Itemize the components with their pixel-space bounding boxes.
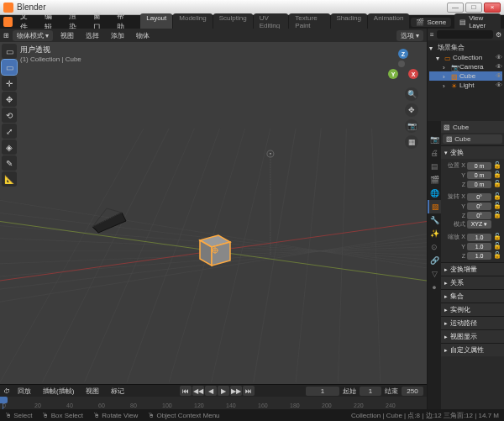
- outliner-scene-collection[interactable]: ▾ 场景集合: [429, 42, 502, 53]
- prev-keyframe-button[interactable]: ◀◀: [192, 386, 204, 396]
- current-frame-field[interactable]: 1: [306, 387, 339, 396]
- menu-view[interactable]: 视图: [56, 30, 78, 41]
- location-x-field[interactable]: 0 m: [467, 162, 491, 170]
- lock-icon[interactable]: 🔓: [493, 161, 501, 170]
- camera-object[interactable]: [88, 206, 130, 237]
- tab-constraints[interactable]: 🔗: [428, 254, 441, 267]
- viewlayer-selector[interactable]: ▤View Layer: [454, 13, 501, 30]
- transform-panel-header[interactable]: ▾变换: [441, 146, 504, 159]
- outliner-item-cube[interactable]: ›▧Cube👁: [429, 71, 502, 81]
- menu-select[interactable]: 选择: [81, 30, 103, 41]
- panel-header[interactable]: ▸运动路径: [441, 317, 504, 329]
- tool-scale[interactable]: ⤢: [2, 124, 17, 139]
- lock-icon[interactable]: 🔓: [493, 171, 501, 179]
- mode-selector[interactable]: 物体模式 ▾: [13, 30, 53, 41]
- visibility-toggle[interactable]: 👁: [496, 82, 502, 89]
- lock-icon[interactable]: 🔓: [493, 192, 501, 201]
- outliner-collection[interactable]: ▾ ▭ Collection 👁: [429, 53, 502, 62]
- panel-header[interactable]: ▸实例化: [441, 303, 504, 316]
- window-close-button[interactable]: ×: [484, 3, 501, 13]
- jump-start-button[interactable]: ⏮: [180, 386, 192, 396]
- start-frame-field[interactable]: 1: [360, 387, 381, 396]
- pan-button[interactable]: ✥: [405, 103, 418, 117]
- visibility-toggle[interactable]: 👁: [496, 54, 502, 61]
- window-minimize-button[interactable]: —: [447, 3, 464, 13]
- rotation-mode-select[interactable]: XYZ ▾: [467, 220, 491, 229]
- timeline-track[interactable]: 020406080100120140160180200220240: [0, 397, 427, 409]
- tab-material[interactable]: ●: [428, 281, 441, 294]
- scene-selector[interactable]: 🎬Scene: [411, 18, 451, 27]
- tool-tweak[interactable]: ▭: [2, 44, 17, 59]
- workspace-tab-texture-paint[interactable]: Texture Paint: [289, 13, 329, 30]
- tab-particles[interactable]: ✨: [428, 227, 441, 240]
- timeline-playback-menu[interactable]: 回放: [13, 386, 35, 397]
- outliner-item-camera[interactable]: ›📷Camera👁: [429, 62, 502, 71]
- tab-data[interactable]: ▽: [428, 267, 441, 281]
- rotation-x-field[interactable]: 0°: [467, 193, 491, 201]
- tool-annotate[interactable]: ✎: [2, 155, 17, 171]
- workspace-tab-uv-editing[interactable]: UV Editing: [254, 13, 289, 30]
- scale-x-field[interactable]: 1.0: [467, 234, 491, 241]
- perspective-toggle-button[interactable]: ▦: [405, 135, 418, 149]
- window-maximize-button[interactable]: □: [465, 3, 482, 13]
- visibility-toggle[interactable]: 👁: [496, 63, 502, 71]
- tool-transform[interactable]: ◈: [2, 139, 17, 155]
- lock-icon[interactable]: 🔓: [493, 180, 501, 188]
- panel-header[interactable]: ▸关系: [441, 276, 504, 289]
- filter-icon[interactable]: ⚙: [496, 31, 501, 39]
- 3d-viewport[interactable]: 用户透视 (1) Collection | Cube ▭▭✛✥⟲⤢◈✎📐 X Y…: [0, 42, 427, 384]
- timeline-view-menu[interactable]: 视图: [81, 386, 103, 397]
- tool-move[interactable]: ✥: [2, 92, 17, 107]
- play-button[interactable]: ▶: [218, 386, 229, 396]
- timeline-marker-menu[interactable]: 标记: [107, 386, 129, 397]
- workspace-tab-layout[interactable]: Layout: [140, 13, 172, 30]
- workspace-tab-sculpting[interactable]: Sculpting: [213, 13, 253, 30]
- rotation-y-field[interactable]: 0°: [467, 203, 491, 210]
- scale-z-field[interactable]: 1.0: [467, 252, 491, 260]
- zoom-button[interactable]: 🔍: [405, 87, 418, 101]
- tab-output[interactable]: 🖨: [428, 146, 441, 160]
- outliner-item-light[interactable]: ›☀Light👁: [429, 81, 502, 90]
- tab-render[interactable]: 📷: [428, 133, 441, 146]
- timeline-editor-icon[interactable]: ⏱: [3, 387, 10, 395]
- blender-logo-icon[interactable]: [3, 17, 13, 27]
- visibility-toggle[interactable]: 👁: [496, 72, 502, 80]
- tab-viewlayer[interactable]: ▤: [428, 160, 441, 173]
- panel-header[interactable]: ▸变换增量: [441, 263, 504, 276]
- location-y-field[interactable]: 0 m: [467, 171, 491, 179]
- options-dropdown[interactable]: 选项 ▾: [396, 30, 423, 41]
- tab-modifiers[interactable]: 🔧: [428, 213, 441, 227]
- workspace-tab-modeling[interactable]: Modeling: [173, 13, 212, 30]
- gizmo-y[interactable]: Y: [388, 69, 398, 79]
- location-z-field[interactable]: 0 m: [467, 181, 491, 188]
- play-reverse-button[interactable]: ◀: [205, 386, 217, 396]
- tab-physics[interactable]: ⊙: [428, 240, 441, 254]
- tool-rotate[interactable]: ⟲: [2, 108, 17, 123]
- next-keyframe-button[interactable]: ▶▶: [230, 386, 242, 396]
- panel-header[interactable]: ▸集合: [441, 290, 504, 303]
- camera-view-button[interactable]: 📷: [405, 119, 418, 133]
- outliner-editor-icon[interactable]: ≡: [430, 31, 434, 39]
- tool-measure[interactable]: 📐: [2, 171, 17, 187]
- menu-object[interactable]: 物体: [132, 30, 154, 41]
- lock-icon[interactable]: 🔓: [493, 251, 501, 260]
- jump-end-button[interactable]: ⏭: [243, 386, 255, 396]
- lock-icon[interactable]: 🔓: [493, 202, 501, 210]
- gizmo-z[interactable]: Z: [398, 49, 408, 59]
- panel-header[interactable]: ▸视图显示: [441, 330, 504, 343]
- gizmo-center[interactable]: [398, 61, 405, 67]
- end-frame-field[interactable]: 250: [402, 387, 423, 396]
- tool-select-box[interactable]: ▭: [2, 60, 17, 75]
- rotation-z-field[interactable]: 0°: [467, 212, 491, 219]
- cube-object[interactable]: [193, 227, 237, 272]
- tab-object[interactable]: ▧: [428, 200, 441, 213]
- lock-icon[interactable]: 🔓: [493, 211, 501, 219]
- scale-y-field[interactable]: 1.0: [467, 243, 491, 250]
- gizmo-x[interactable]: X: [408, 69, 418, 79]
- navigation-gizmo[interactable]: X Y Z: [386, 49, 420, 82]
- tool-cursor[interactable]: ✛: [2, 76, 17, 91]
- lock-icon[interactable]: 🔓: [493, 242, 501, 250]
- lock-icon[interactable]: 🔓: [493, 233, 501, 241]
- tab-scene[interactable]: 🎬: [428, 173, 441, 187]
- workspace-tab-animation[interactable]: Animation: [368, 13, 410, 30]
